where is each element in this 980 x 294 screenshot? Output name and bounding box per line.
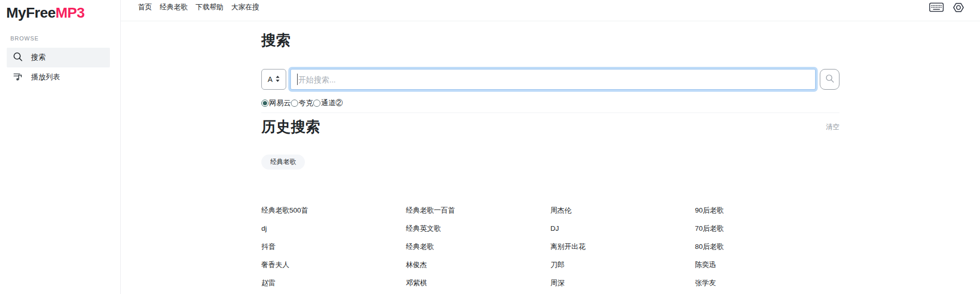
- hot-search-item[interactable]: 林俊杰: [406, 260, 551, 270]
- history-tag[interactable]: 经典老歌: [261, 155, 305, 170]
- text-caret: [297, 74, 298, 85]
- hot-search-item[interactable]: 经典老歌500首: [261, 206, 406, 215]
- top-navigation-bar: 首页 经典老歌 下载帮助 大家在搜: [121, 0, 980, 21]
- page-title-history: 历史搜索: [261, 118, 320, 136]
- radio-circle-icon: [261, 100, 269, 107]
- logo-text-dark: MyFree: [6, 5, 55, 21]
- app-logo[interactable]: MyFreeMP3: [0, 0, 120, 21]
- hot-search-item[interactable]: 陈奕迅: [695, 260, 839, 270]
- radio-label: 通道②: [321, 99, 343, 108]
- nav-link-download-help[interactable]: 下载帮助: [195, 3, 223, 12]
- source-radio-group: 网易云 夸克 通道②: [261, 99, 839, 108]
- hot-search-grid: 经典老歌500首 经典老歌一百首 周杰伦 90后老歌 dj 经典英文歌 DJ 7…: [261, 201, 839, 292]
- hot-search-item[interactable]: 抖音: [261, 242, 406, 251]
- engine-select-dropdown[interactable]: A: [261, 69, 286, 90]
- hot-search-item[interactable]: 张学友: [695, 278, 839, 288]
- playlist-icon: [13, 72, 23, 83]
- hot-search-item[interactable]: 经典老歌: [406, 242, 551, 251]
- hot-search-item[interactable]: 周杰伦: [551, 206, 695, 215]
- sidebar-item-label: 搜索: [31, 53, 46, 62]
- logo-text-pink: MP3: [55, 5, 85, 21]
- source-radio-channel2[interactable]: 通道②: [313, 99, 343, 108]
- hot-search-item[interactable]: 奢香夫人: [261, 260, 406, 270]
- hot-search-item[interactable]: dj: [261, 225, 406, 232]
- chevron-up-down-icon: [275, 75, 280, 84]
- search-input-wrapper: [290, 69, 816, 90]
- source-radio-netease[interactable]: 网易云: [261, 99, 291, 108]
- nav-link-home[interactable]: 首页: [138, 3, 152, 12]
- search-input[interactable]: [290, 69, 816, 90]
- hot-search-item[interactable]: 离别开出花: [551, 242, 695, 251]
- topbar-icons: [929, 2, 964, 13]
- radio-label: 网易云: [269, 99, 291, 108]
- history-tags: 经典老歌: [261, 155, 839, 170]
- keyboard-icon[interactable]: [929, 3, 944, 12]
- radio-circle-icon: [291, 100, 298, 107]
- history-header: 历史搜索 清空: [261, 118, 839, 136]
- nav-link-trending[interactable]: 大家在搜: [231, 3, 259, 12]
- hot-search-item[interactable]: 经典英文歌: [406, 224, 551, 233]
- engine-select-value: A: [268, 75, 272, 83]
- sidebar-item-playlist[interactable]: 播放列表: [7, 67, 110, 87]
- sidebar-item-search[interactable]: 搜索: [7, 48, 110, 67]
- gear-icon[interactable]: [953, 2, 964, 13]
- top-nav-links: 首页 经典老歌 下载帮助 大家在搜: [138, 3, 259, 12]
- sidebar: MyFreeMP3 BROWSE 搜索 播放列表: [0, 0, 121, 294]
- section-divider: [261, 113, 839, 113]
- hot-search-item[interactable]: DJ: [551, 225, 695, 232]
- main-content: 搜索 A 网易云: [121, 32, 980, 292]
- search-icon: [13, 52, 23, 63]
- sidebar-section-label: BROWSE: [10, 35, 120, 41]
- hot-search-item[interactable]: 70后老歌: [695, 224, 839, 233]
- hot-search-item[interactable]: 邓紫棋: [406, 278, 551, 288]
- search-bar: A: [261, 69, 839, 90]
- search-submit-button[interactable]: [820, 69, 839, 90]
- hot-search-item[interactable]: 刀郎: [551, 260, 695, 270]
- hot-search-item[interactable]: 90后老歌: [695, 206, 839, 215]
- clear-history-button[interactable]: 清空: [826, 122, 839, 132]
- page-title-search: 搜索: [261, 32, 839, 49]
- sidebar-item-label: 播放列表: [31, 73, 60, 82]
- source-radio-quark[interactable]: 夸克: [291, 99, 313, 108]
- nav-link-classic-songs[interactable]: 经典老歌: [160, 3, 188, 12]
- hot-search-item[interactable]: 经典老歌一百首: [406, 206, 551, 215]
- hot-search-item[interactable]: 周深: [551, 278, 695, 288]
- hot-search-item[interactable]: 80后老歌: [695, 242, 839, 251]
- radio-circle-icon: [313, 100, 320, 107]
- radio-label: 夸克: [299, 99, 313, 108]
- hot-search-item[interactable]: 赵雷: [261, 278, 406, 288]
- magnifier-icon: [825, 74, 834, 85]
